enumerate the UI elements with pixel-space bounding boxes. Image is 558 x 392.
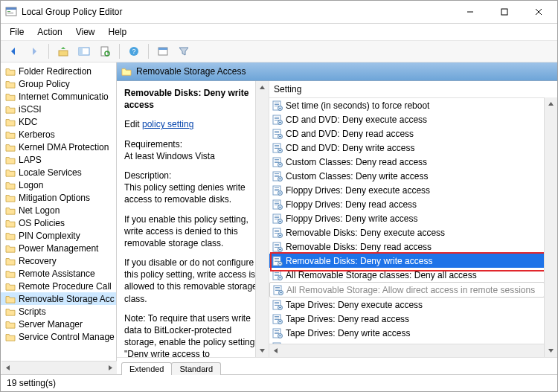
tree-item[interactable]: Remote Procedure Call <box>1 280 116 292</box>
tree-item-label: Net Logon <box>19 205 60 216</box>
tree-item[interactable]: Scripts <box>1 305 116 318</box>
status-count: 19 setting(s) <box>7 378 56 388</box>
scroll-up-icon[interactable] <box>256 81 269 94</box>
svg-rect-28 <box>275 132 279 133</box>
edit-prefix: Edit <box>124 119 142 129</box>
list-row[interactable]: Floppy Drives: Deny read access <box>269 197 545 211</box>
svg-rect-34 <box>275 147 279 147</box>
list-row[interactable]: Removable Disks: Deny write access <box>269 254 545 268</box>
forward-button[interactable] <box>25 42 44 61</box>
enable-text: If you enable this policy setting, write… <box>124 213 261 250</box>
svg-rect-87 <box>275 272 279 273</box>
tree-item[interactable]: Kernel DMA Protection <box>1 141 116 153</box>
list-row[interactable]: Removable Disks: Deny execute access <box>269 225 545 240</box>
list-row[interactable]: Set time (in seconds) to force reboot <box>269 98 545 112</box>
column-header-setting[interactable]: Setting <box>269 81 557 98</box>
tree-item-label: Folder Redirection <box>19 66 92 77</box>
minimize-button[interactable] <box>453 1 487 23</box>
list-row[interactable]: Floppy Drives: Deny execute access <box>269 183 545 197</box>
filter-button[interactable] <box>174 42 193 61</box>
tree-item[interactable]: Power Management <box>1 242 116 254</box>
list-row[interactable]: Tape Drives: Deny execute access <box>269 298 545 312</box>
tree-item[interactable]: Recovery <box>1 254 116 267</box>
list-row[interactable]: Custom Classes: Deny write access <box>269 169 545 183</box>
tree-item[interactable]: LAPS <box>1 153 116 166</box>
list-row[interactable]: Tape Drives: Deny write access <box>269 326 545 340</box>
properties-button[interactable] <box>153 42 173 61</box>
scroll-down-icon[interactable] <box>545 344 557 357</box>
up-button[interactable] <box>54 42 73 61</box>
svg-rect-46 <box>275 175 279 176</box>
help-button[interactable]: ? <box>124 42 144 61</box>
tree-item[interactable]: Kerberos <box>1 128 116 141</box>
tree-item[interactable]: OS Policies <box>1 216 116 229</box>
list-row-label: Tape Drives: Deny execute access <box>286 300 423 310</box>
list-row-label: All Removable Storage classes: Deny all … <box>286 270 477 280</box>
svg-rect-82 <box>275 260 279 260</box>
svg-rect-58 <box>275 203 279 204</box>
nav-tree[interactable]: Folder RedirectionGroup PolicyInternet C… <box>1 62 117 374</box>
tree-item[interactable]: Folder Redirection <box>1 65 116 77</box>
svg-rect-19 <box>279 108 281 109</box>
tab-standard[interactable]: Standard <box>171 362 221 375</box>
tree-hscrollbar[interactable] <box>1 361 117 374</box>
tree-item[interactable]: PIN Complexity <box>1 229 116 242</box>
menu-file[interactable]: File <box>4 25 30 39</box>
svg-rect-17 <box>275 106 279 106</box>
menu-view[interactable]: View <box>70 25 101 39</box>
menu-help[interactable]: Help <box>103 25 133 39</box>
list-row[interactable]: All Removable Storage: Allow direct acce… <box>269 282 545 298</box>
maximize-button[interactable] <box>487 1 522 23</box>
list-row[interactable]: Floppy Drives: Deny write access <box>269 211 545 225</box>
scroll-up-icon[interactable] <box>545 97 557 110</box>
list-scrollbar[interactable] <box>544 97 557 357</box>
tree-item[interactable]: Mitigation Options <box>1 191 116 204</box>
list-row[interactable]: CD and DVD: Deny write access <box>269 141 545 155</box>
svg-rect-52 <box>275 189 279 190</box>
scroll-right-icon[interactable] <box>104 362 117 374</box>
svg-rect-33 <box>275 145 279 146</box>
tree-item[interactable]: Service Control Manage <box>1 330 116 343</box>
svg-rect-3 <box>7 13 13 13</box>
tree-item[interactable]: iSCSI <box>1 103 116 115</box>
list-row[interactable]: Custom Classes: Deny read access <box>269 155 545 169</box>
scroll-left-icon[interactable] <box>269 344 282 357</box>
info-scrollbar[interactable] <box>255 81 269 357</box>
tree-item[interactable]: Logon <box>1 179 116 191</box>
tree-item-label: Scripts <box>19 306 46 317</box>
list-row[interactable]: CD and DVD: Deny execute access <box>269 112 545 126</box>
list-row[interactable]: Tape Drives: Deny read access <box>269 312 545 326</box>
svg-rect-91 <box>279 277 281 278</box>
svg-rect-95 <box>275 290 280 291</box>
tree-item[interactable]: Group Policy <box>1 77 116 90</box>
scroll-left-icon[interactable] <box>1 362 14 374</box>
svg-rect-16 <box>275 104 279 105</box>
menu-action[interactable]: Action <box>31 25 68 39</box>
show-hide-tree-button[interactable] <box>74 42 94 61</box>
list-row[interactable]: All Removable Storage classes: Deny all … <box>269 268 545 282</box>
refresh-button[interactable] <box>95 42 115 61</box>
list-hscrollbar[interactable] <box>269 344 557 357</box>
tree-item[interactable]: Server Manager <box>1 318 116 330</box>
svg-rect-112 <box>275 332 279 332</box>
close-button[interactable] <box>522 1 556 23</box>
tree-item[interactable]: Net Logon <box>1 204 116 216</box>
list-row[interactable]: CD and DVD: Deny read access <box>269 126 545 141</box>
tree-item[interactable]: Removable Storage Acc <box>1 292 116 305</box>
back-button[interactable] <box>4 42 23 61</box>
tab-extended[interactable]: Extended <box>121 362 172 375</box>
tree-item[interactable]: Locale Services <box>1 166 116 179</box>
list-row[interactable]: Removable Disks: Deny read access <box>269 240 545 254</box>
scroll-down-icon[interactable] <box>256 344 269 357</box>
tree-item[interactable]: Internet Communicatio <box>1 90 116 103</box>
edit-policy-link[interactable]: policy setting <box>142 119 193 129</box>
list-row[interactable]: WPD Devices: Deny read access <box>269 340 545 344</box>
svg-rect-55 <box>279 193 281 193</box>
note-text: Note: To require that users write data t… <box>124 312 261 357</box>
tree-item-label: Logon <box>19 180 43 190</box>
tree-item[interactable]: Remote Assistance <box>1 267 116 280</box>
settings-list[interactable]: Set time (in seconds) to force rebootCD … <box>269 98 557 344</box>
tree-item[interactable]: KDC <box>1 115 116 128</box>
tree-item-label: Server Manager <box>19 319 83 330</box>
tree-item-label: Removable Storage Acc <box>19 294 115 304</box>
